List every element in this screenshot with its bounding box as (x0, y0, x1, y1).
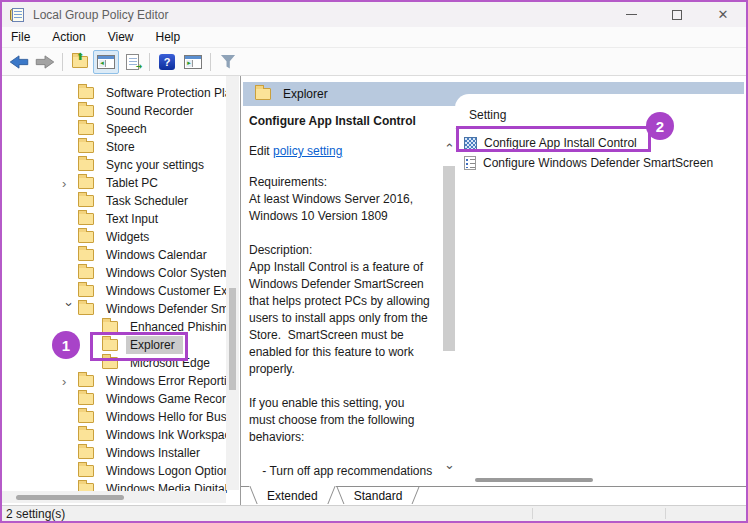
tree-item-windows-hello[interactable]: Windows Hello for Bus (2, 408, 240, 426)
tree-item-windows-installer[interactable]: Windows Installer (2, 444, 240, 462)
folder-icon (78, 429, 94, 441)
scope-header-title: Explorer (283, 87, 328, 101)
console-tree-pane: Software Protection Pla Sound Recorder S… (2, 76, 240, 505)
window-title: Local Group Policy Editor (33, 8, 168, 22)
console-tree-icon: ◂ (97, 55, 115, 69)
up-folder-icon: ⬆ (72, 56, 88, 68)
policy-title: Configure App Install Control (249, 114, 433, 128)
tree-item-windows-error-reporting[interactable]: ›Windows Error Reportin (2, 372, 240, 390)
annotation-badge-1: 1 (52, 331, 80, 359)
annotation-rect-setting (456, 126, 651, 152)
settings-horizontal-scrollbar-thumb[interactable] (475, 478, 593, 482)
tree-item-speech[interactable]: Speech (2, 120, 240, 138)
annotation-badge-2: 2 (646, 112, 674, 140)
tree-horizontal-scrollbar[interactable] (2, 491, 226, 503)
tab-extended[interactable]: Extended (249, 486, 336, 505)
tree-item-sync-your-settings[interactable]: Sync your settings (2, 156, 240, 174)
toolbar-separator (149, 53, 150, 71)
folder-icon (78, 195, 94, 207)
tree-item-store[interactable]: Store (2, 138, 240, 156)
settings-list-panel: Setting Configure App Install Control Co… (455, 94, 744, 486)
open-folder-icon (255, 88, 271, 100)
up-one-level-button[interactable]: ⬆ (67, 50, 93, 74)
menu-view[interactable]: View (108, 30, 134, 44)
tree-item-sound-recorder[interactable]: Sound Recorder (2, 102, 240, 120)
show-action-pane-button[interactable]: ▸ (180, 50, 206, 74)
menu-action[interactable]: Action (52, 30, 85, 44)
folder-icon (78, 465, 94, 477)
tab-standard[interactable]: Standard (336, 487, 421, 505)
folder-icon (78, 393, 94, 405)
policy-list-icon (464, 156, 476, 170)
tree-item-windows-calendar[interactable]: Windows Calendar (2, 246, 240, 264)
edit-policy-line: Edit policy setting (249, 144, 433, 158)
tree-item-windows-logon-options[interactable]: Windows Logon Option (2, 462, 240, 480)
folder-icon (78, 177, 94, 189)
back-arrow-icon (9, 55, 29, 69)
maximize-icon (672, 10, 682, 20)
folder-icon (78, 123, 94, 135)
annotation-rect-explorer (90, 332, 188, 361)
folder-icon (78, 267, 94, 279)
action-pane-icon: ▸ (184, 55, 202, 69)
filter-button[interactable] (215, 50, 241, 74)
right-region: Explorer Configure App Install Control E… (240, 76, 746, 505)
chevron-expanded-icon[interactable]: › (63, 302, 76, 318)
minimize-button[interactable] (608, 2, 654, 27)
folder-icon (78, 87, 94, 99)
tree-item-windows-game-recording[interactable]: Windows Game Recor (2, 390, 240, 408)
status-divider (532, 508, 533, 519)
tree-vertical-scrollbar-thumb[interactable] (229, 288, 236, 390)
view-tabs: Extended Standard (241, 486, 746, 505)
tree-item-windows-customer-exp[interactable]: Windows Customer Exp (2, 282, 240, 300)
filter-icon (221, 55, 236, 69)
main-area: Software Protection Pla Sound Recorder S… (2, 76, 746, 505)
tree-item-task-scheduler[interactable]: Task Scheduler (2, 192, 240, 210)
requirements-text: At least Windows Server 2016, Windows 10… (249, 191, 433, 225)
help-button[interactable]: ? (154, 50, 180, 74)
chevron-collapsed-icon[interactable]: › (62, 177, 78, 190)
tree-item-text-input[interactable]: Text Input (2, 210, 240, 228)
folder-icon (78, 141, 94, 153)
local-group-policy-editor-window: Local Group Policy Editor ✕ File Action … (0, 0, 748, 523)
show-console-tree-button[interactable]: ◂ (93, 50, 119, 74)
tree-item-widgets[interactable]: Widgets (2, 228, 240, 246)
description-label: Description: (249, 242, 433, 259)
description-paragraph-3: - Turn off app recommendations (249, 463, 433, 480)
menu-file[interactable]: File (11, 30, 30, 44)
export-list-button[interactable] (119, 50, 145, 74)
folder-icon (78, 105, 94, 117)
tree-item-windows-ink-workspace[interactable]: Windows Ink Workspac (2, 426, 240, 444)
close-button[interactable]: ✕ (700, 2, 746, 27)
menu-help[interactable]: Help (156, 30, 181, 44)
minimize-icon (626, 14, 637, 15)
maximize-button[interactable] (654, 2, 700, 27)
folder-icon (78, 303, 94, 315)
description-paragraph-1: App Install Control is a feature of Wind… (249, 259, 433, 378)
folder-icon (78, 375, 94, 387)
settings-column-header: Setting (455, 94, 655, 129)
back-button[interactable] (6, 50, 32, 74)
forward-button[interactable] (32, 50, 58, 74)
export-list-icon (126, 54, 139, 70)
folder-icon (78, 285, 94, 297)
tree-horizontal-scrollbar-thumb[interactable] (16, 495, 124, 500)
folder-icon (78, 159, 94, 171)
setting-row-configure-windows-defender-smartscreen[interactable]: Configure Windows Defender SmartScreen (455, 153, 744, 173)
tree-item-tablet-pc[interactable]: ›Tablet PC (2, 174, 240, 192)
tree-item-windows-color-system[interactable]: Windows Color System (2, 264, 240, 282)
extended-description-pane: Configure App Install Control Edit polic… (243, 106, 459, 486)
status-bar: 2 setting(s) (2, 505, 746, 521)
tree-item-windows-defender-smartscreen[interactable]: ›Windows Defender Sma (2, 300, 240, 318)
chevron-collapsed-icon[interactable]: › (62, 375, 78, 388)
policy-setting-link[interactable]: policy setting (273, 144, 342, 158)
tree-item-software-protection[interactable]: Software Protection Pla (2, 84, 240, 102)
folder-icon (78, 249, 94, 261)
description-paragraph-2: If you enable this setting, you must cho… (249, 395, 433, 446)
toolbar-separator (210, 53, 211, 71)
tree-vertical-scrollbar[interactable] (226, 76, 239, 490)
toolbar-separator (62, 53, 63, 71)
title-bar: Local Group Policy Editor ✕ (2, 2, 746, 27)
forward-arrow-icon (35, 55, 55, 69)
folder-icon (78, 231, 94, 243)
